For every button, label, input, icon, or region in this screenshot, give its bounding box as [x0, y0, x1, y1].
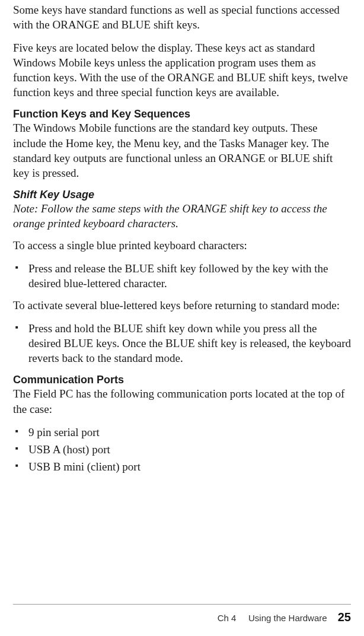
heading-shift-key-usage: Shift Key Usage: [13, 189, 351, 201]
footer-chapter-title: Using the Hardware: [248, 613, 327, 623]
list-item: 9 pin serial port: [13, 425, 351, 440]
footer-page-number: 25: [338, 610, 351, 624]
paragraph: To access a single blue printed keyboard…: [13, 238, 351, 253]
paragraph: Some keys have standard functions as wel…: [13, 2, 351, 32]
list-item: USB A (host) port: [13, 442, 351, 457]
bullet-list: Press and hold the BLUE shift key down w…: [13, 321, 351, 365]
bullet-list-ports: 9 pin serial port USB A (host) port USB …: [13, 425, 351, 474]
page: Some keys have standard functions as wel…: [0, 0, 364, 636]
footer-separator: [240, 613, 245, 623]
paragraph: Five keys are located below the display.…: [13, 40, 351, 100]
heading-function-keys: Function Keys and Key Sequences: [13, 108, 351, 120]
bullet-list: Press and release the BLUE shift key fol…: [13, 261, 351, 291]
list-item: USB B mini (client) port: [13, 459, 351, 474]
paragraph: To activate several blue-lettered keys b…: [13, 298, 351, 313]
footer-chapter-label: Ch 4: [218, 613, 237, 623]
note: Note: Follow the same steps with the ORA…: [13, 201, 351, 231]
paragraph: The Field PC has the following communica…: [13, 386, 351, 416]
paragraph: The Windows Mobile functions are the sta…: [13, 120, 351, 180]
list-item: Press and release the BLUE shift key fol…: [13, 261, 351, 291]
page-footer: Ch 4 Using the Hardware 25: [13, 604, 351, 624]
heading-communication-ports: Communication Ports: [13, 374, 351, 386]
list-item: Press and hold the BLUE shift key down w…: [13, 321, 351, 365]
